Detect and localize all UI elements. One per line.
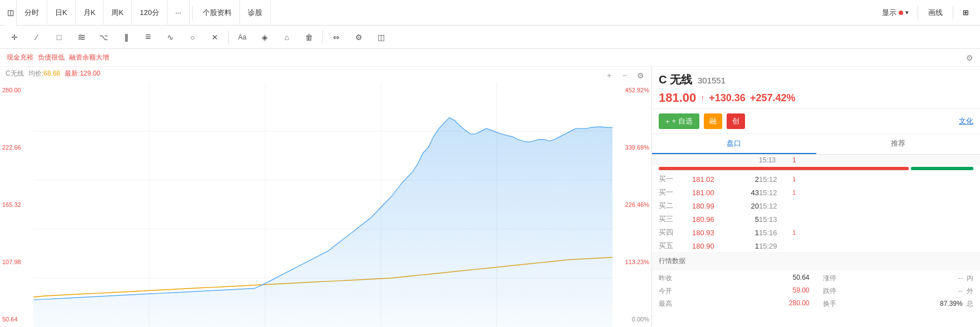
tool-color[interactable]: ◈	[254, 27, 275, 47]
sidebar-toggle-icon: ◫	[7, 8, 14, 17]
tool-wave[interactable]: ∿	[160, 27, 180, 47]
layout-button[interactable]: ⊞	[955, 0, 976, 26]
chart-header: C无线 均价:68.68 最新:129.00	[6, 69, 100, 78]
price-change: +130.36	[709, 92, 746, 104]
mdata-label-5: 换手	[823, 299, 836, 309]
tool-parallel[interactable]: ≋	[71, 27, 91, 47]
mdata-row-3: 跌停 -- 外	[816, 285, 981, 298]
chart-settings-btn[interactable]: ⚙	[634, 69, 647, 82]
tab-tuijian[interactable]: 推荐	[816, 134, 981, 154]
y-pct-4: 0.00%	[615, 316, 649, 323]
mdata-value-1: -- 内	[958, 274, 973, 283]
display-button[interactable]: 显示 ▾	[875, 0, 915, 26]
order-vol-0: 2	[737, 175, 759, 184]
tool-text[interactable]: Aa	[232, 27, 252, 47]
tool-rect[interactable]: □	[49, 27, 69, 47]
tab-zhouk[interactable]: 周K	[104, 0, 132, 26]
chart-controls: ＋ － ⚙	[602, 69, 647, 82]
order-change-4: 1	[792, 229, 815, 236]
tag-rongzi-yuer-dazeng[interactable]: 融资余额大增	[69, 52, 109, 63]
tool-pen[interactable]: ∕	[27, 27, 47, 47]
tab-gegu-ziliao[interactable]: 个股资料	[195, 0, 240, 26]
mdata-sublabel-3: 外	[967, 287, 973, 295]
chuang-btn[interactable]: 创	[727, 113, 745, 129]
order-row-5[interactable]: 买五 180.90 1 15:29	[652, 239, 980, 252]
progress-bar-row	[652, 166, 980, 172]
add-watchlist-btn[interactable]: + + 自选	[659, 113, 699, 129]
mdata-sublabel-1: 内	[967, 274, 973, 282]
order-row-2[interactable]: 买二 180.99 20 15:12	[652, 199, 980, 212]
tag-gear-icon[interactable]: ⚙	[966, 53, 973, 62]
order-row-4[interactable]: 买四 180.93 1 15:16 1	[652, 226, 980, 239]
order-vol-2: 20	[737, 202, 759, 210]
separator-2	[918, 6, 918, 19]
y-pct-1: 339.69%	[615, 144, 649, 151]
tab-zhengu[interactable]: 诊股	[240, 0, 271, 26]
chart-zoom-in-btn[interactable]: ＋	[602, 69, 616, 82]
order-row-0[interactable]: 买一 181.02 2 15:12 1	[652, 172, 980, 186]
tool-layers[interactable]: ◫	[371, 27, 391, 47]
tab-yuek[interactable]: 月K	[76, 0, 104, 26]
tab-fenshi[interactable]: 分时	[17, 0, 47, 26]
chart-zoom-out-btn[interactable]: －	[618, 69, 631, 82]
y-label-4: 50.64	[2, 316, 31, 323]
mdata-label-0: 昨收	[659, 274, 672, 283]
tool-fibonacci[interactable]: ⌥	[94, 27, 114, 47]
tab-rik[interactable]: 日K	[47, 0, 76, 26]
tool-anchor[interactable]: ⌂	[277, 27, 297, 47]
mdata-row-0: 昨收 50.64	[652, 272, 816, 285]
chart-area: C无线 均价:68.68 最新:129.00 ＋ － ⚙ 280.00 222.…	[0, 67, 651, 327]
tab-pankou[interactable]: 盘口	[652, 134, 816, 154]
stock-title-row: C 无线 301551	[659, 72, 973, 87]
order-vol-4: 1	[737, 229, 759, 237]
bid-progress-bar	[659, 167, 909, 170]
draw-line-button[interactable]: 画线	[920, 0, 950, 26]
tool-vertical-lines[interactable]: |||	[116, 27, 136, 47]
tool-settings[interactable]: ⚙	[349, 27, 369, 47]
order-row-1[interactable]: 买一 181.00 43 15:12 1	[652, 186, 980, 199]
y-label-2: 165.32	[2, 201, 31, 208]
order-price-0: 181.02	[692, 175, 737, 184]
rong-btn[interactable]: 融	[704, 113, 722, 129]
sidebar-toggle-btn[interactable]: ◫	[4, 0, 17, 26]
order-time-2: 15:12	[759, 202, 792, 210]
tab-more[interactable]: ···	[168, 0, 190, 26]
chart-latest: 最新:129.00	[65, 69, 100, 78]
order-row-3[interactable]: 买三 180.96 5 15:13	[652, 212, 980, 226]
chart-svg	[33, 82, 612, 327]
layout-icon: ⊞	[963, 8, 969, 17]
order-price-4: 180.93	[692, 229, 737, 237]
order-time-1: 15:12	[759, 189, 792, 197]
mdata-row-2: 今开 59.00	[652, 285, 816, 298]
chart-canvas	[33, 82, 612, 327]
drawing-toolbar: ✛ ∕ □ ≋ ⌥ ||| ≡ ∿ ○ ✕ Aa ◈ ⌂ 🗑 ⇔ ⚙ ◫	[0, 26, 980, 49]
tab-120min[interactable]: 120分	[132, 0, 168, 26]
order-change-0: 1	[792, 176, 815, 182]
stock-name-big: C 无线	[659, 72, 692, 87]
chart-stock-name: C无线	[6, 69, 24, 78]
stock-code: 301551	[698, 76, 726, 85]
order-time-3: 15:13	[759, 215, 792, 224]
ask-progress-bar	[911, 167, 973, 170]
order-vol-3: 5	[737, 215, 759, 224]
y-pct-2: 226.46%	[615, 201, 649, 208]
tool-horizontal[interactable]: ≡	[138, 27, 158, 47]
price-arrow-icon: ↑	[700, 93, 704, 102]
tool-cross[interactable]: ✕	[205, 27, 225, 47]
header-time: 15:13	[759, 156, 792, 164]
header-change: 1	[792, 156, 815, 164]
tool-circle[interactable]: ○	[183, 27, 203, 47]
tool-cursor[interactable]: ✛	[4, 27, 24, 47]
order-vol-1: 43	[737, 189, 759, 197]
mdata-label-1: 涨停	[823, 274, 836, 283]
tool-delete[interactable]: 🗑	[299, 27, 319, 47]
separator-3	[953, 6, 953, 19]
order-label-0: 买一	[659, 174, 692, 184]
tag-xianjin-chongyu[interactable]: 现金充裕	[7, 52, 33, 63]
add-watchlist-label: + 自选	[672, 116, 693, 126]
wenhua-link[interactable]: 文化	[959, 116, 973, 126]
mdata-row-5: 换手 87.39% 总	[816, 298, 981, 310]
order-time-0: 15:12	[759, 175, 792, 184]
tag-fuzhai-hendi[interactable]: 负债很低	[38, 52, 65, 63]
tool-move[interactable]: ⇔	[326, 27, 346, 47]
